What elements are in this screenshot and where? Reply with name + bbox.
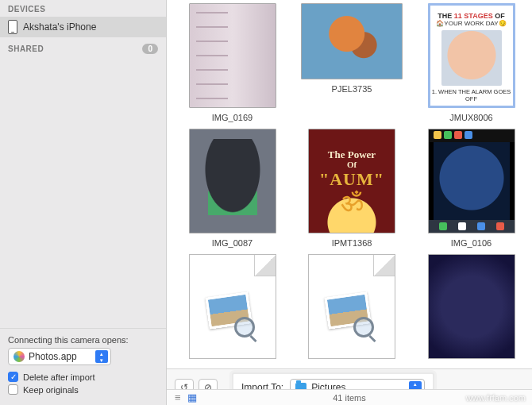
sidebar-options: Connecting this camera opens: Photos.app… — [0, 328, 166, 405]
thumbnail[interactable] — [301, 3, 403, 79]
thumbnail[interactable] — [428, 254, 515, 359]
list-view-button[interactable]: ≡ — [175, 392, 181, 403]
select-stepper-icon[interactable]: ▴▾ — [95, 350, 108, 363]
thumbnail[interactable] — [189, 254, 276, 359]
open-with-select[interactable]: Photos.app ▴▾ — [8, 348, 111, 365]
item-count: 41 items — [333, 393, 366, 403]
grid-item[interactable] — [301, 254, 403, 368]
thumbnail-caption: JMUX8006 — [449, 113, 492, 124]
watermark: www.frfam.com — [466, 393, 526, 403]
thumbnail-caption: IMG_0106 — [451, 238, 492, 249]
device-row[interactable]: Akshata's iPhone — [0, 17, 166, 37]
thumbnail-caption: IMG_0087 — [212, 238, 253, 249]
thumbnail[interactable]: The Power Of "AUM" ॐ — [308, 129, 395, 233]
iphone-icon — [8, 20, 17, 34]
thumbnail-caption: IPMT1368 — [332, 238, 372, 249]
devices-section-label: DEVICES — [0, 0, 166, 17]
keep-originals-label: Keep originals — [23, 385, 79, 395]
thumbnail[interactable] — [308, 254, 395, 359]
thumbnail[interactable] — [189, 3, 276, 108]
thumbnail-caption: IMG_0169 — [212, 113, 253, 124]
open-with-app-name: Photos.app — [29, 351, 77, 362]
grid-item[interactable]: IMG_0169 — [186, 3, 279, 124]
keep-originals-checkbox[interactable] — [8, 384, 18, 395]
thumbnail[interactable]: THE 11 STAGES OF 🏠YOUR WORK DAY😏 1. WHEN… — [428, 3, 515, 108]
device-name: Akshata's iPhone — [23, 21, 96, 33]
shared-section-label: SHARED — [8, 44, 44, 53]
grid-item[interactable]: THE 11 STAGES OF 🏠YOUR WORK DAY😏 1. WHEN… — [425, 3, 518, 124]
sidebar: DEVICES Akshata's iPhone SHARED 0 Connec… — [0, 0, 167, 405]
grid-item[interactable]: IMG_0106 — [425, 129, 518, 249]
grid-item[interactable]: PJEL3735 — [301, 3, 403, 124]
grid-item[interactable]: The Power Of "AUM" ॐ IPMT1368 — [301, 129, 403, 249]
thumbnail[interactable] — [428, 129, 515, 233]
thumbnail-caption: PJEL3735 — [332, 84, 372, 95]
delete-after-import-label: Delete after import — [23, 372, 94, 382]
grid-view-button[interactable]: ▦ — [187, 392, 197, 403]
shared-count-badge: 0 — [142, 44, 158, 54]
grid-item[interactable] — [425, 254, 518, 368]
main-content: IMG_0169 PJEL3735 THE 11 STAGES OF 🏠YOUR… — [167, 0, 532, 405]
delete-after-import-checkbox[interactable]: ✓ — [8, 372, 18, 382]
grid-item[interactable] — [186, 254, 279, 368]
thumbnail-grid: IMG_0169 PJEL3735 THE 11 STAGES OF 🏠YOUR… — [167, 0, 532, 368]
grid-item[interactable]: IMG_0087 — [186, 129, 279, 249]
thumbnail[interactable] — [189, 129, 276, 233]
open-with-label: Connecting this camera opens: — [8, 335, 158, 345]
photos-app-icon — [13, 351, 25, 362]
